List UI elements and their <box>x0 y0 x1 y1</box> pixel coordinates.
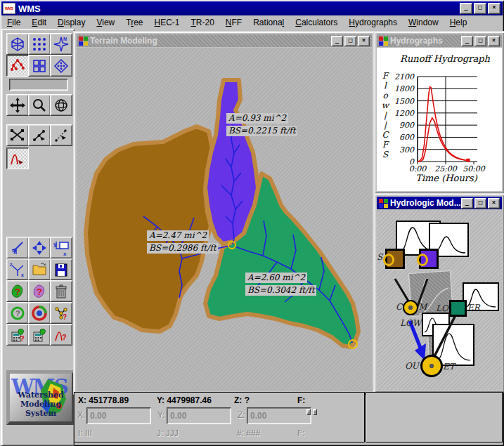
basin-node-brown[interactable] <box>385 249 405 269</box>
polygon-question-button[interactable]: ? <box>28 280 51 302</box>
calculator-button[interactable] <box>28 324 51 346</box>
maximize-button[interactable]: □ <box>474 198 486 209</box>
sweep-icon <box>9 240 26 256</box>
contour-target-button[interactable] <box>28 302 51 324</box>
rotate-globe-button[interactable] <box>50 94 72 116</box>
hydrographs-title: Hydrographs <box>390 36 443 46</box>
svg-text:1200: 1200 <box>394 109 415 118</box>
hydrograph-tool-button[interactable] <box>6 147 29 169</box>
close-button[interactable]: × <box>488 3 500 14</box>
basin-label: S <box>377 252 382 262</box>
confluence-node[interactable] <box>403 300 418 315</box>
wms-logo: WMS Watershed Modeling System <box>6 370 75 425</box>
maximize-button[interactable]: □ <box>474 36 486 46</box>
menu-rational[interactable]: Rational <box>247 17 290 28</box>
minimize-button[interactable]: _ <box>460 3 472 14</box>
frame-image-button[interactable] <box>28 237 51 258</box>
svg-text:z: z <box>10 262 13 267</box>
basin-annotation: A=2.47 mi^2BS=0.2986 ft/ft <box>147 230 218 256</box>
menu-help[interactable]: Help <box>444 17 473 28</box>
zoom-button[interactable] <box>28 94 51 116</box>
outlet-node[interactable] <box>420 355 443 377</box>
svg-text:?: ? <box>37 287 42 297</box>
spinner-down-button[interactable]: ▼ <box>313 409 317 415</box>
grid-cells-module-button[interactable] <box>28 55 51 77</box>
app-titlebar[interactable]: WMS WMS _ □ × <box>1 1 503 15</box>
menu-calculators[interactable]: Calculators <box>290 17 343 28</box>
calculator-question-button[interactable]: ? <box>6 324 29 346</box>
close-button[interactable]: × <box>358 36 370 46</box>
open-folder-button[interactable] <box>28 258 51 280</box>
tin-module-icon <box>9 36 26 53</box>
hydrologic-titlebar[interactable]: Hydrologic Mod... _ □ × <box>377 197 502 209</box>
select-segment-icon <box>31 127 48 144</box>
minimize-button[interactable]: _ <box>461 36 473 46</box>
axes-zx-icon: zx <box>9 261 26 278</box>
hydrograph-tool-icon <box>9 150 26 167</box>
contour-target-icon <box>31 305 48 322</box>
menu-hydrographs[interactable]: Hydrographs <box>343 17 403 28</box>
hydrograph-question-icon: ? <box>53 327 70 343</box>
i-index-readout: I: III <box>78 428 92 438</box>
nodes-question-button[interactable]: ? <box>50 302 72 324</box>
tree-module-button[interactable] <box>6 55 29 77</box>
f-readout: F: <box>297 395 305 405</box>
feature-question-button[interactable]: ? <box>6 280 29 302</box>
map-north-module-button[interactable]: N <box>50 33 72 55</box>
menu-edit[interactable]: Edit <box>26 17 52 28</box>
maximize-button[interactable]: □ <box>344 36 356 46</box>
select-point-icon <box>53 127 70 144</box>
svg-text:300: 300 <box>399 145 415 155</box>
pan-button[interactable] <box>6 94 29 116</box>
scatter-module-button[interactable] <box>50 55 72 77</box>
spinner-up-button[interactable]: ▲ <box>306 409 311 415</box>
confluence-label: M <box>418 302 427 312</box>
y-input-field[interactable] <box>167 407 231 424</box>
tool-palette: N yx zx ? ? ? ? ? ? WMS Watershed Modeli… <box>1 29 75 446</box>
basin-node-purple[interactable] <box>419 249 439 269</box>
ring-question-button[interactable]: ? <box>6 302 29 324</box>
close-button[interactable]: × <box>488 36 500 46</box>
select-point-button[interactable] <box>50 124 72 146</box>
z-input-field[interactable] <box>247 407 311 424</box>
scatter-module-icon <box>53 58 70 74</box>
minimize-button[interactable]: _ <box>461 198 473 209</box>
basin-node-teal[interactable] <box>449 300 467 317</box>
svg-text:?: ? <box>15 309 20 317</box>
runoff-hydrograph-chart: 030060090012001500180021000:0025:0050:00 <box>377 48 502 173</box>
basin-top-polygon[interactable] <box>205 80 258 244</box>
terrain-titlebar[interactable]: Terrain Modeling _ □ × <box>77 34 372 47</box>
svg-text:1800: 1800 <box>394 84 415 93</box>
svg-text:x: x <box>21 273 24 277</box>
delete-trash-button[interactable] <box>50 280 72 302</box>
menu-nff[interactable]: NFF <box>220 17 247 28</box>
x-input-field[interactable] <box>86 407 151 424</box>
grid-points-module-button[interactable] <box>28 33 51 55</box>
tin-module-button[interactable] <box>6 33 29 55</box>
chart-xlabel: Time (Hours) <box>398 173 495 183</box>
sweep-button[interactable] <box>6 237 29 258</box>
axes-zx-button[interactable]: zx <box>6 258 29 280</box>
close-button[interactable]: × <box>488 198 500 209</box>
basin-left-polygon[interactable] <box>86 126 212 332</box>
menu-tree[interactable]: Tree <box>120 17 148 28</box>
pan-icon <box>9 97 26 114</box>
menu-display[interactable]: Display <box>52 17 91 28</box>
select-vertices-button[interactable] <box>6 124 29 146</box>
hydrologic-title: Hydrologic Mod... <box>390 198 461 208</box>
menu-window[interactable]: Window <box>403 17 444 28</box>
select-segment-button[interactable] <box>28 124 51 146</box>
maximize-button[interactable]: □ <box>474 3 486 14</box>
hydrograph-question-button[interactable]: ? <box>50 324 72 346</box>
menu-file[interactable]: File <box>1 17 26 28</box>
rotate-globe-icon <box>53 97 70 114</box>
menu-view[interactable]: View <box>91 17 120 28</box>
menu-hec-1[interactable]: HEC-1 <box>148 17 185 28</box>
menu-tr-20[interactable]: TR-20 <box>186 17 220 28</box>
plot-xy-button[interactable]: yx <box>50 237 72 258</box>
save-disk-button[interactable] <box>50 258 72 280</box>
svg-text:25:00: 25:00 <box>434 164 458 173</box>
minimize-button[interactable]: _ <box>331 36 343 46</box>
svg-text:N: N <box>63 37 67 41</box>
hydrographs-titlebar[interactable]: Hydrographs _ □ × <box>377 34 502 47</box>
